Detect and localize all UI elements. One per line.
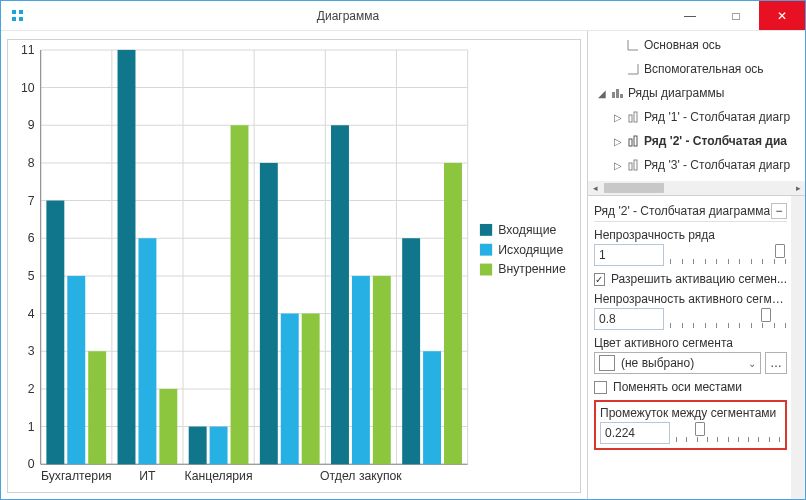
svg-rect-46: [210, 427, 228, 465]
window-root: Диаграмма — □ ✕ 01234567891011Бухгалтери…: [0, 0, 806, 500]
svg-text:Входящие: Входящие: [498, 223, 556, 237]
svg-text:0: 0: [28, 457, 35, 471]
color-select[interactable]: (не выбрано) ⌄: [594, 352, 761, 374]
bars-icon: [610, 86, 624, 100]
chevron-right-icon[interactable]: ▷: [612, 136, 624, 147]
swap-axes-row[interactable]: Поменять оси местами: [594, 380, 787, 394]
svg-text:6: 6: [28, 231, 35, 245]
tree-label: Основная ось: [644, 38, 721, 52]
properties-panel: Ряд '2' - Столбчатая диаграмма − Непрозр…: [588, 196, 791, 499]
allow-activation-row[interactable]: ✓ Разрешить активацию сегмен...: [594, 272, 787, 286]
scroll-thumb[interactable]: [604, 183, 664, 193]
properties-vscrollbar[interactable]: [791, 196, 805, 499]
close-button[interactable]: ✕: [759, 1, 805, 30]
tree-view[interactable]: Основная ось Вспомогательная ось ◢ Ряды …: [588, 31, 805, 196]
active-opacity-input[interactable]: 0.8: [594, 308, 664, 330]
color-more-button[interactable]: …: [765, 352, 787, 374]
svg-text:Канцелярия: Канцелярия: [185, 469, 253, 483]
chart-box: 01234567891011БухгалтерияИТКанцелярияОтд…: [7, 39, 581, 493]
active-opacity-slider[interactable]: [668, 308, 787, 330]
svg-text:4: 4: [28, 307, 35, 321]
svg-text:1: 1: [28, 420, 35, 434]
scroll-left-icon[interactable]: ◂: [588, 181, 602, 195]
gap-input[interactable]: 0.224: [600, 422, 670, 444]
opacity-label: Непрозрачность ряда: [594, 228, 787, 242]
svg-rect-73: [634, 112, 637, 122]
opacity-slider[interactable]: [668, 244, 787, 266]
properties-header: Ряд '2' - Столбчатая диаграмма −: [594, 200, 787, 222]
checkbox-unchecked-icon[interactable]: [594, 381, 607, 394]
chevron-right-icon[interactable]: ▷: [612, 112, 624, 123]
svg-rect-76: [629, 163, 632, 170]
svg-text:10: 10: [21, 81, 35, 95]
svg-rect-72: [629, 115, 632, 122]
svg-text:11: 11: [21, 43, 35, 57]
chart-panel: 01234567891011БухгалтерияИТКанцелярияОтд…: [1, 31, 587, 499]
svg-rect-3: [19, 17, 23, 21]
svg-rect-1: [19, 10, 23, 14]
tree-label: Вспомогательная ось: [644, 62, 764, 76]
opacity-input[interactable]: 1: [594, 244, 664, 266]
maximize-button[interactable]: □: [713, 1, 759, 30]
bar-icon: [626, 134, 640, 148]
tree-label: Ряд '1' - Столбчатая диагр: [644, 110, 790, 124]
gap-slider[interactable]: [674, 422, 781, 444]
svg-rect-69: [612, 92, 615, 98]
svg-text:9: 9: [28, 118, 35, 132]
tree-item-sec-axis[interactable]: Вспомогательная ось: [588, 57, 805, 81]
active-color-row: (не выбрано) ⌄ …: [594, 352, 787, 374]
svg-rect-58: [444, 163, 462, 464]
svg-text:8: 8: [28, 156, 35, 170]
svg-rect-63: [480, 264, 492, 276]
tree-item-series-1[interactable]: ▷ Ряд '1' - Столбчатая диагр: [588, 105, 805, 129]
tree-item-series-2[interactable]: ▷ Ряд '2' - Столбчатая диа: [588, 129, 805, 153]
svg-rect-61: [480, 244, 492, 256]
gap-value: 0.224: [605, 426, 635, 440]
tree-item-series-3[interactable]: ▷ Ряд '3' - Столбчатая диагр: [588, 153, 805, 177]
svg-rect-0: [12, 10, 16, 14]
allow-activation-label: Разрешить активацию сегмен...: [611, 272, 787, 286]
active-opacity-value: 0.8: [599, 312, 616, 326]
svg-rect-50: [281, 314, 299, 465]
bar-icon: [626, 158, 640, 172]
tree-item-series-group[interactable]: ◢ Ряды диаграммы: [588, 81, 805, 105]
active-opacity-row: 0.8: [594, 308, 787, 330]
tree-hscrollbar[interactable]: ◂ ▸: [588, 181, 805, 195]
svg-rect-39: [88, 351, 106, 464]
svg-text:Исходящие: Исходящие: [498, 243, 563, 257]
sidebar: Основная ось Вспомогательная ось ◢ Ряды …: [587, 31, 805, 499]
tree-item-main-axis[interactable]: Основная ось: [588, 33, 805, 57]
svg-rect-38: [67, 276, 85, 464]
svg-rect-53: [352, 276, 370, 464]
minimize-button[interactable]: —: [667, 1, 713, 30]
svg-text:3: 3: [28, 344, 35, 358]
svg-text:2: 2: [28, 382, 35, 396]
svg-rect-77: [634, 160, 637, 170]
chart-svg: 01234567891011БухгалтерияИТКанцелярияОтд…: [8, 40, 580, 492]
svg-text:Отдел закупок: Отдел закупок: [320, 469, 402, 483]
gap-highlight: Промежуток между сегментами 0.224: [594, 400, 787, 450]
svg-rect-51: [302, 314, 320, 465]
svg-rect-74: [629, 139, 632, 146]
window-buttons: — □ ✕: [667, 1, 805, 30]
chevron-right-icon[interactable]: ▷: [612, 160, 624, 171]
app-icon: [7, 5, 29, 27]
svg-rect-42: [138, 238, 156, 464]
properties-title: Ряд '2' - Столбчатая диаграмма: [594, 204, 770, 218]
svg-text:Бухгалтерия: Бухгалтерия: [41, 469, 112, 483]
tree-label: Ряд '3' - Столбчатая диагр: [644, 158, 790, 172]
svg-rect-71: [620, 94, 623, 98]
svg-text:ИТ: ИТ: [139, 469, 156, 483]
svg-rect-57: [423, 351, 441, 464]
scroll-right-icon[interactable]: ▸: [791, 181, 805, 195]
chevron-down-icon[interactable]: ◢: [596, 88, 608, 99]
svg-rect-43: [159, 389, 177, 464]
color-select-value: (не выбрано): [621, 356, 694, 370]
checkbox-checked-icon[interactable]: ✓: [594, 273, 605, 286]
collapse-button[interactable]: −: [771, 203, 787, 219]
active-color-label: Цвет активного сегмента: [594, 336, 787, 350]
tree-label: Ряд '2' - Столбчатая диа: [644, 134, 787, 148]
svg-rect-59: [480, 224, 492, 236]
gap-row: 0.224: [600, 422, 781, 444]
axis-icon: [626, 38, 640, 52]
